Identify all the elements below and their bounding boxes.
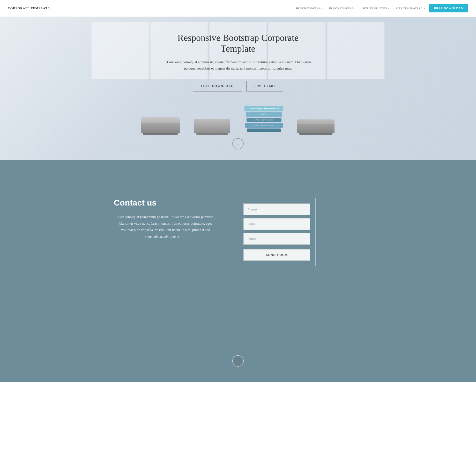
contact-inner: Contact us Sed consequat fermentum phare… [114, 198, 362, 266]
hero-content: Responsive Bootstrap Corporate Template … [163, 32, 313, 92]
caret-icon: ▾ [424, 7, 425, 10]
book-5: Great Escapes Mediterranean [244, 106, 283, 111]
book-3: YOGA [246, 112, 282, 117]
hero-bg-box-5 [328, 22, 384, 79]
contact-form-box: SEND FORM [238, 198, 316, 266]
contact-right: SEND FORM [238, 198, 316, 266]
hero-buttons: FREE DOWNLOAD LIVE DEMO [163, 81, 313, 92]
book-1: CHARLES & RAY EAMES [245, 123, 283, 128]
phone-input[interactable] [243, 233, 310, 245]
hero-title: Responsive Bootstrap Corporate Template [163, 32, 313, 54]
email-input[interactable] [243, 218, 310, 230]
bottom-section: ↓ [0, 305, 476, 382]
book-4 [247, 129, 281, 132]
navbar-links: BLOCK DEMOS 1 ▾ BLOCK DEMOS 2 ▾ SITE TEM… [294, 4, 468, 12]
hero-download-button[interactable]: FREE DOWNLOAD [193, 81, 242, 92]
hero-products: Great Escapes Mediterranean YOGA CASE ST… [114, 102, 362, 133]
hero-description: Ut nisi orci, consequat a metus ut, aliq… [163, 59, 313, 72]
product-item-2 [186, 119, 238, 133]
navbar-brand: CORPORATE TEMPLATE [8, 6, 50, 10]
send-form-button[interactable]: SEND FORM [243, 249, 310, 261]
product-item-3 [290, 119, 341, 133]
hero-section: Responsive Bootstrap Corporate Template … [0, 17, 476, 160]
contact-title: Contact us [114, 198, 217, 208]
nav-block-demos-2[interactable]: BLOCK DEMOS 2 ▾ [326, 5, 358, 11]
hero-bg-box-1 [92, 22, 148, 79]
contact-left: Contact us Sed consequat fermentum phare… [114, 198, 217, 240]
caret-icon: ▾ [388, 7, 389, 10]
book-2: CASE STUDY HOUSES [247, 118, 281, 122]
nav-block-demos-1[interactable]: BLOCK DEMOS 1 ▾ [294, 5, 325, 11]
caret-icon: ▾ [354, 7, 356, 10]
couch-3 [297, 119, 334, 133]
hero-demo-button[interactable]: LIVE DEMO [246, 81, 284, 92]
books-item: Great Escapes Mediterranean YOGA CASE ST… [238, 102, 290, 133]
navbar: CORPORATE TEMPLATE BLOCK DEMOS 1 ▾ BLOCK… [0, 0, 476, 17]
caret-icon: ▾ [321, 7, 323, 10]
name-input[interactable] [243, 203, 310, 215]
books-stack: Great Escapes Mediterranean YOGA CASE ST… [243, 102, 285, 133]
hero-scroll-down[interactable]: ↓ [232, 138, 244, 149]
bottom-scroll-down[interactable]: ↓ [232, 355, 244, 367]
contact-section: Contact us Sed consequat fermentum phare… [0, 160, 476, 305]
nav-site-templates[interactable]: SITE TEMPLATES ▾ [360, 5, 392, 11]
product-item-1 [135, 117, 186, 133]
couch-2 [194, 119, 230, 133]
nav-site-templates-2[interactable]: SITE TEMPLATES 2 ▾ [393, 5, 428, 11]
free-download-button[interactable]: FREE DOWNLOAD [429, 4, 468, 12]
couch-1 [141, 117, 180, 133]
contact-description: Sed consequat fermentum pharetra. In vel… [114, 214, 217, 240]
